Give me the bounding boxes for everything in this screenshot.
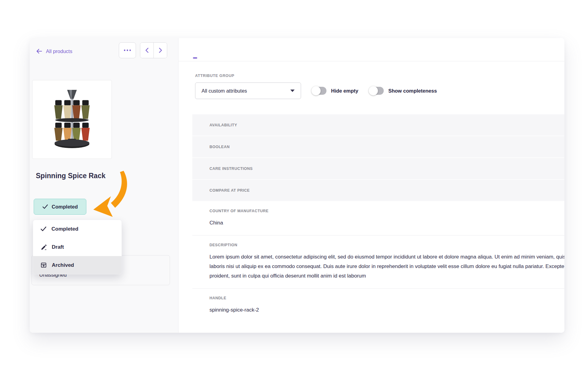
attribute-group-label: ATTRIBUTE GROUP: [195, 74, 564, 78]
caret-down-icon: [290, 90, 295, 92]
status-option-completed[interactable]: Completed: [33, 220, 122, 238]
attribute-row-value: Lorem ipsum dolor sit amet, consectetur …: [209, 252, 564, 281]
attribute-group-select-value: All custom attributes: [202, 88, 247, 94]
attribute-row-label: BOOLEAN: [209, 145, 230, 149]
attribute-row[interactable]: COUNTRY OF MANUFACTURE China: [192, 201, 564, 236]
hide-empty-label: Hide empty: [331, 88, 358, 94]
product-name: Spinning Spice Rack: [36, 172, 106, 180]
spice-rack-illustration: [40, 86, 104, 152]
status-option-draft[interactable]: Draft: [33, 238, 122, 256]
attribute-row-label: COUNTRY OF MANUFACTURE: [209, 209, 564, 213]
show-completeness-label: Show completeness: [388, 88, 437, 94]
chevron-right-icon: [159, 48, 162, 53]
attribute-row[interactable]: BOOLEAN: [192, 136, 564, 158]
attribute-row[interactable]: HANDLE spinning-spice-rack-2: [192, 289, 564, 322]
ellipsis-icon: [123, 49, 131, 52]
status-badge[interactable]: Completed: [34, 199, 86, 215]
show-completeness-toggle[interactable]: [370, 87, 384, 95]
attribute-row[interactable]: COMPARE AT PRICE: [192, 180, 564, 201]
next-product-button[interactable]: [153, 43, 167, 58]
attribute-row-label: AVAILABILITY: [209, 123, 237, 127]
arrow-left-icon: [36, 48, 43, 55]
tab-list: [179, 38, 564, 61]
status-option-archived[interactable]: Archived: [33, 256, 122, 274]
product-detail-card: All products: [30, 38, 564, 333]
attribute-row-label: COMPARE AT PRICE: [209, 188, 250, 193]
status-badge-label: Completed: [52, 204, 78, 210]
check-icon: [40, 226, 47, 232]
pencil-icon: [40, 244, 47, 251]
attribute-controls: All custom attributes Hide empty Show co…: [195, 82, 564, 99]
product-summary-panel: All products: [30, 38, 179, 333]
status-option-label: Draft: [52, 244, 64, 250]
attribute-rows: AVAILABILITY BOOLEAN CARE INSTRUCTIONS C…: [192, 114, 564, 322]
hide-empty-toggle[interactable]: [312, 87, 326, 95]
back-to-all-products-link[interactable]: All products: [36, 47, 72, 56]
attribute-row[interactable]: AVAILABILITY: [192, 114, 564, 136]
previous-product-button[interactable]: [140, 43, 153, 58]
attribute-row[interactable]: DESCRIPTION Lorem ipsum dolor sit amet, …: [192, 236, 564, 289]
more-options-button[interactable]: [119, 42, 136, 58]
hide-empty-toggle-group: Hide empty: [312, 87, 358, 95]
status-option-label: Archived: [52, 262, 74, 268]
check-icon: [42, 204, 48, 209]
attribute-row[interactable]: CARE INSTRUCTIONS: [192, 158, 564, 180]
archive-box-icon: [40, 262, 47, 268]
attribute-row-label: DESCRIPTION: [209, 243, 564, 247]
attributes-panel: ATTRIBUTE GROUP All custom attributes Hi…: [179, 38, 564, 333]
attribute-row-value: China: [209, 218, 564, 228]
attribute-row-value: spinning-spice-rack-2: [209, 305, 564, 315]
attribute-group-select[interactable]: All custom attributes: [195, 82, 301, 99]
attribute-row-label: CARE INSTRUCTIONS: [209, 167, 253, 171]
product-image: [32, 80, 112, 159]
back-link-label: All products: [46, 48, 72, 54]
status-option-label: Completed: [51, 226, 78, 232]
product-pager: [140, 42, 167, 58]
chevron-left-icon: [145, 48, 149, 53]
show-completeness-toggle-group: Show completeness: [370, 87, 437, 95]
attribute-row-label: HANDLE: [209, 296, 564, 300]
status-dropdown-menu: Completed Draft: [33, 220, 122, 274]
